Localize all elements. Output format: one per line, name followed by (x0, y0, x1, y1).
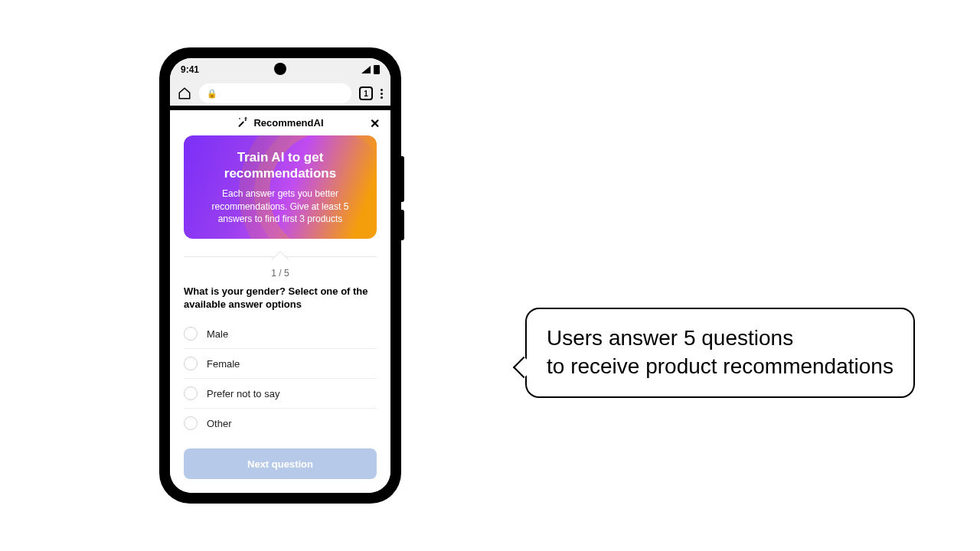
option-male[interactable]: Male (184, 319, 377, 349)
app-title: RecommendAI (253, 117, 323, 129)
option-label: Other (207, 418, 232, 429)
browser-bar: 🔒 1 (170, 81, 390, 110)
radio-icon (184, 357, 198, 370)
annotation-callout: Users answer 5 questions to receive prod… (525, 308, 915, 398)
radio-icon (184, 416, 198, 430)
option-label: Female (207, 358, 240, 370)
app-content: RecommendAI ✕ Train AI to get recommenda… (170, 110, 390, 493)
status-icons (361, 65, 380, 74)
phone-side-button-2 (400, 210, 404, 240)
callout-text: Users answer 5 questions to receive prod… (547, 324, 893, 381)
signal-icon (361, 66, 371, 73)
home-icon[interactable] (178, 86, 191, 100)
phone-side-button (400, 156, 404, 202)
next-button-label: Next question (247, 458, 313, 470)
camera-notch (274, 63, 286, 75)
radio-icon (184, 327, 198, 341)
option-label: Male (207, 328, 228, 340)
overflow-menu-icon[interactable] (381, 89, 383, 99)
url-bar[interactable]: 🔒 (199, 83, 351, 103)
radio-icon (184, 386, 198, 400)
close-icon: ✕ (370, 116, 380, 131)
lock-icon: 🔒 (207, 89, 217, 99)
question-text: What is your gender? Select one of the a… (184, 285, 377, 311)
battery-icon (374, 65, 380, 74)
tab-count-button[interactable]: 1 (359, 86, 373, 100)
option-prefer-not-to-say[interactable]: Prefer not to say (184, 379, 377, 409)
tab-count: 1 (364, 90, 368, 98)
hero-subtitle: Each answer gets you better recommendati… (196, 187, 364, 225)
options-list: Male Female Prefer not to say Other (184, 319, 377, 438)
hero-card: Train AI to get recommendations Each ans… (184, 135, 377, 239)
hero-title: Train AI to get recommendations (196, 149, 364, 182)
callout-tail (513, 357, 534, 378)
divider (184, 246, 377, 268)
status-time: 9:41 (181, 64, 199, 75)
phone-screen: 9:41 🔒 1 RecommendAI (170, 58, 390, 493)
next-question-button[interactable]: Next question (184, 448, 377, 479)
option-female[interactable]: Female (184, 349, 377, 379)
close-button[interactable]: ✕ (368, 116, 381, 130)
content-area: Train AI to get recommendations Each ans… (170, 135, 390, 493)
option-other[interactable]: Other (184, 409, 377, 438)
progress-indicator: 1 / 5 (184, 268, 377, 279)
phone-frame: 9:41 🔒 1 RecommendAI (161, 49, 400, 502)
status-bar: 9:41 (170, 58, 390, 81)
app-header: RecommendAI ✕ (170, 110, 390, 135)
option-label: Prefer not to say (207, 388, 279, 399)
wand-icon (237, 116, 249, 130)
